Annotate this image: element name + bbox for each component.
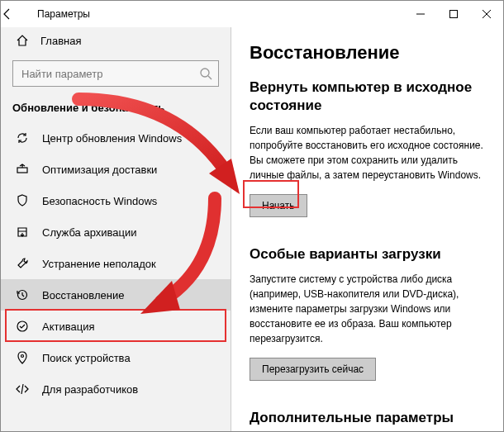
svg-rect-1 — [450, 11, 458, 18]
maximize-button[interactable] — [437, 1, 470, 27]
window-title: Параметры — [34, 8, 404, 20]
sidebar-item-sync[interactable]: Центр обновления Windows — [1, 122, 231, 154]
sidebar-item-label: Активация — [42, 320, 94, 333]
sidebar-item-developer[interactable]: Для разработчиков — [1, 373, 231, 405]
titlebar: Параметры — [1, 1, 503, 27]
sidebar: Главная Обновление и безопасность Центр … — [1, 27, 231, 431]
restart-button[interactable]: Перезагрузить сейчас — [250, 358, 376, 381]
reset-heading: Вернуть компьютер в исходное состояние — [250, 78, 487, 115]
sidebar-item-label: Устранение неполадок — [42, 258, 156, 270]
sidebar-item-label: Служба архивации — [42, 226, 137, 239]
sidebar-item-troubleshoot[interactable]: Устранение неполадок — [1, 248, 231, 279]
home-button[interactable]: Главная — [1, 27, 231, 54]
home-label: Главная — [40, 35, 81, 47]
reset-body: Если ваш компьютер работает нестабильно,… — [250, 123, 487, 183]
reset-button[interactable]: Начать — [250, 194, 307, 217]
sidebar-item-delivery[interactable]: Оптимизация доставки — [1, 154, 231, 185]
svg-line-5 — [208, 76, 212, 79]
findmydevice-icon — [16, 351, 29, 364]
sync-icon — [16, 131, 29, 145]
more-heading: Дополнительные параметры восстановления — [250, 409, 487, 431]
troubleshoot-icon — [16, 257, 29, 270]
page-title: Восстановление — [250, 42, 487, 64]
sidebar-item-activation[interactable]: Активация — [1, 311, 231, 342]
backup-icon — [16, 225, 29, 239]
home-icon — [16, 34, 29, 47]
sidebar-item-findmydevice[interactable]: Поиск устройства — [1, 342, 231, 373]
recovery-icon — [16, 288, 29, 301]
developer-icon — [16, 382, 29, 396]
close-button[interactable] — [470, 1, 503, 27]
advanced-body: Запустите систему с устройства либо диск… — [250, 272, 487, 346]
search-icon — [199, 67, 212, 80]
activation-icon — [16, 320, 29, 333]
svg-rect-6 — [17, 168, 27, 173]
sidebar-item-shield[interactable]: Безопасность Windows — [1, 185, 231, 216]
svg-point-9 — [21, 355, 24, 358]
search-input[interactable] — [12, 60, 219, 87]
svg-point-4 — [201, 69, 209, 77]
delivery-icon — [16, 163, 29, 176]
advanced-heading: Особые варианты загрузки — [250, 245, 487, 263]
svg-point-8 — [17, 321, 27, 331]
sidebar-section-title: Обновление и безопасность — [1, 97, 231, 122]
sidebar-item-label: Оптимизация доставки — [42, 164, 157, 176]
sidebar-item-label: Для разработчиков — [42, 383, 138, 396]
sidebar-item-label: Восстановление — [42, 289, 124, 301]
sidebar-item-label: Поиск устройства — [42, 352, 131, 364]
shield-icon — [16, 194, 29, 207]
sidebar-item-recovery[interactable]: Восстановление — [1, 279, 231, 311]
sidebar-item-backup[interactable]: Служба архивации — [1, 216, 231, 248]
sidebar-item-label: Безопасность Windows — [42, 195, 157, 207]
back-button[interactable] — [1, 7, 34, 21]
main-pane: Восстановление Вернуть компьютер в исход… — [231, 27, 503, 431]
sidebar-item-label: Центр обновления Windows — [42, 132, 182, 145]
sidebar-nav: Центр обновления WindowsОптимизация дост… — [1, 122, 231, 431]
minimize-button[interactable] — [404, 1, 437, 27]
